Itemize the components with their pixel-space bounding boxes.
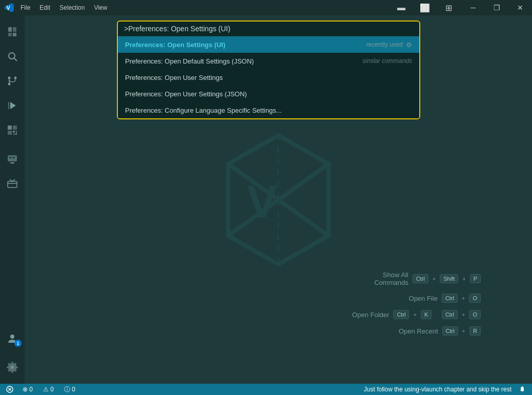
- sidebar-toggle-button[interactable]: ▬: [390, 0, 413, 15]
- window-controls: ─ ❐ ✕: [461, 0, 532, 15]
- shortcut-open-recent: Open Recent Ctrl + R: [352, 326, 481, 336]
- activity-container[interactable]: [0, 171, 25, 196]
- svg-marker-11: [10, 102, 16, 109]
- kbd-shift: Shift: [440, 274, 458, 283]
- menu-edit[interactable]: Edit: [35, 3, 54, 12]
- command-item-open-settings-ui[interactable]: Preferences: Open Settings (UI) recently…: [118, 36, 419, 53]
- customize-layout-button[interactable]: ⊞: [437, 0, 460, 15]
- command-results: Preferences: Open Settings (UI) recently…: [118, 36, 419, 118]
- activity-search[interactable]: [0, 44, 25, 69]
- menu-view[interactable]: View: [90, 3, 111, 12]
- close-button[interactable]: ✕: [508, 0, 532, 15]
- similar-commands-label: similar commands: [362, 57, 412, 65]
- show-all-commands-label: Show AllCommands: [374, 271, 408, 286]
- command-palette-input[interactable]: [124, 25, 413, 33]
- svg-rect-18: [13, 134, 17, 135]
- activity-accounts[interactable]: 1: [0, 326, 25, 351]
- open-recent-label: Open Recent: [399, 327, 438, 335]
- shortcut-open-file: Open File Ctrl + O: [352, 294, 481, 303]
- recently-used-label: recently used: [366, 41, 403, 48]
- menu-file[interactable]: File: [16, 3, 34, 12]
- activity-explorer[interactable]: [0, 19, 25, 44]
- activity-settings[interactable]: [0, 355, 25, 380]
- source-control-icon: [6, 75, 18, 87]
- vscode-watermark: V: [207, 128, 350, 272]
- minimize-button[interactable]: ─: [461, 0, 485, 15]
- svg-rect-4: [13, 33, 16, 36]
- kbd-k: K: [421, 310, 432, 319]
- svg-rect-3: [8, 33, 12, 36]
- svg-rect-1: [8, 27, 12, 32]
- svg-rect-2: [13, 27, 16, 32]
- gear-icon: ⚙: [406, 41, 412, 49]
- extensions-icon: [6, 124, 18, 136]
- status-message: Just follow the using-vlaunch chapter an…: [361, 386, 515, 393]
- svg-rect-20: [10, 162, 14, 163]
- container-icon: [6, 177, 18, 190]
- kbd-ctrl-2: Ctrl: [442, 294, 458, 303]
- status-error-icon[interactable]: [4, 386, 15, 393]
- svg-line-6: [14, 58, 17, 61]
- activity-run-debug[interactable]: [0, 93, 25, 118]
- remote-explorer-icon: [6, 153, 18, 165]
- panel-layout-button[interactable]: ⬜: [413, 0, 437, 15]
- menu-selection[interactable]: Selection: [55, 3, 89, 12]
- svg-point-8: [14, 77, 17, 79]
- command-item-open-default-settings-json[interactable]: Preferences: Open Default Settings (JSON…: [118, 53, 419, 69]
- svg-text:V: V: [247, 175, 277, 226]
- bell-icon: [519, 386, 526, 393]
- svg-text:V: V: [6, 5, 10, 11]
- kbd-p: P: [470, 274, 481, 283]
- svg-rect-15: [8, 131, 12, 135]
- search-icon: [6, 50, 18, 63]
- status-left: ⊗ 0 ⚠ 0 ⓘ 0: [4, 385, 78, 394]
- svg-rect-13: [8, 126, 12, 130]
- kbd-r: R: [469, 326, 481, 336]
- command-item-open-user-settings-json[interactable]: Preferences: Open User Settings (JSON): [118, 86, 419, 102]
- svg-rect-23: [12, 158, 14, 159]
- svg-rect-12: [8, 102, 9, 109]
- activity-extensions[interactable]: [0, 118, 25, 142]
- warning-count: ⚠ 0: [40, 386, 57, 393]
- command-palette: Preferences: Open Settings (UI) recently…: [117, 20, 420, 119]
- activity-bar: 1: [0, 15, 25, 384]
- svg-rect-24: [8, 181, 17, 188]
- shortcut-open-folder: Open Folder Ctrl + K Ctrl + O: [352, 310, 481, 319]
- activity-source-control[interactable]: [0, 69, 25, 93]
- kbd-o: O: [469, 294, 481, 303]
- command-item-open-user-settings[interactable]: Preferences: Open User Settings: [118, 69, 419, 86]
- command-input-row[interactable]: [118, 22, 419, 36]
- restore-button[interactable]: ❐: [485, 0, 508, 15]
- kbd-o-2: O: [469, 310, 481, 319]
- kbd-ctrl-1: Ctrl: [413, 274, 428, 283]
- svg-point-9: [8, 83, 11, 86]
- kbd-ctrl-4: Ctrl: [442, 310, 458, 319]
- svg-point-5: [9, 53, 15, 59]
- explorer-icon: [6, 26, 18, 38]
- close-circle-icon: [6, 386, 13, 393]
- run-debug-icon: [6, 99, 18, 112]
- titlebar: V File Edit Selection View ─ ❐ ✕ ▬ ⬜ ⊞: [0, 0, 532, 15]
- open-folder-label: Open Folder: [352, 311, 389, 319]
- error-count: ⊗ 0: [19, 386, 36, 393]
- notification-bell-icon[interactable]: [517, 386, 528, 393]
- svg-rect-21: [9, 157, 11, 158]
- kbd-ctrl-5: Ctrl: [442, 326, 458, 336]
- command-item-configure-language-settings[interactable]: Preferences: Configure Language Specific…: [118, 102, 419, 118]
- titlebar-menu: File Edit Selection View: [16, 3, 111, 12]
- settings-icon: [6, 361, 18, 373]
- shortcuts-area: Show AllCommands Ctrl + Shift + P Open F…: [352, 271, 481, 343]
- info-count: ⓘ 0: [61, 385, 78, 394]
- status-right: Just follow the using-vlaunch chapter an…: [361, 386, 528, 393]
- svg-point-7: [8, 77, 11, 79]
- accounts-badge: 1: [14, 340, 22, 347]
- command-item-selected-text: Preferences: Open Settings (UI): [125, 41, 226, 49]
- activity-remote-explorer[interactable]: [0, 147, 25, 171]
- kbd-ctrl-3: Ctrl: [393, 310, 409, 319]
- svg-rect-16: [13, 131, 15, 133]
- svg-rect-22: [12, 157, 15, 158]
- vscode-icon: V: [4, 3, 14, 13]
- svg-point-25: [10, 335, 14, 339]
- open-file-label: Open File: [409, 295, 438, 302]
- svg-rect-14: [13, 126, 17, 130]
